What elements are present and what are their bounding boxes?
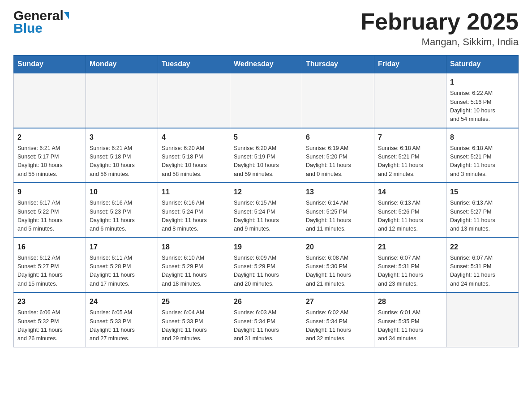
day-number: 7 [378, 132, 442, 143]
day-info: Sunrise: 6:20 AM Sunset: 5:19 PM Dayligh… [234, 144, 298, 179]
day-info: Sunrise: 6:21 AM Sunset: 5:17 PM Dayligh… [17, 144, 82, 179]
day-number: 9 [17, 187, 82, 197]
day-number: 17 [90, 242, 154, 253]
calendar-cell: 20Sunrise: 6:08 AM Sunset: 5:30 PM Dayli… [302, 238, 374, 293]
calendar-cell [158, 73, 230, 128]
day-info: Sunrise: 6:22 AM Sunset: 5:16 PM Dayligh… [450, 89, 515, 124]
calendar-cell [86, 73, 158, 128]
page-header: General Blue February 2025 Mangan, Sikki… [13, 9, 519, 48]
day-number: 15 [450, 187, 515, 197]
day-info: Sunrise: 6:13 AM Sunset: 5:27 PM Dayligh… [450, 199, 515, 234]
day-info: Sunrise: 6:18 AM Sunset: 5:21 PM Dayligh… [450, 144, 515, 179]
day-number: 4 [162, 132, 226, 143]
day-info: Sunrise: 6:03 AM Sunset: 5:34 PM Dayligh… [234, 308, 298, 343]
day-number: 11 [162, 187, 226, 197]
day-number: 25 [162, 296, 226, 307]
week-row-3: 9Sunrise: 6:17 AM Sunset: 5:22 PM Daylig… [14, 183, 519, 238]
week-row-4: 16Sunrise: 6:12 AM Sunset: 5:27 PM Dayli… [14, 238, 519, 293]
day-info: Sunrise: 6:10 AM Sunset: 5:29 PM Dayligh… [162, 254, 226, 289]
day-number: 5 [234, 132, 298, 143]
day-number: 24 [90, 296, 154, 307]
calendar-cell: 24Sunrise: 6:05 AM Sunset: 5:33 PM Dayli… [86, 292, 158, 347]
weekday-header-saturday: Saturday [446, 56, 519, 73]
day-number: 27 [306, 296, 370, 307]
day-info: Sunrise: 6:12 AM Sunset: 5:27 PM Dayligh… [17, 254, 82, 289]
calendar-cell: 11Sunrise: 6:16 AM Sunset: 5:24 PM Dayli… [158, 183, 230, 238]
day-info: Sunrise: 6:06 AM Sunset: 5:32 PM Dayligh… [17, 308, 82, 343]
weekday-header-wednesday: Wednesday [230, 56, 302, 73]
day-number: 23 [17, 296, 82, 307]
day-number: 22 [450, 242, 515, 253]
day-number: 14 [378, 187, 442, 197]
week-row-1: 1Sunrise: 6:22 AM Sunset: 5:16 PM Daylig… [14, 73, 519, 128]
day-info: Sunrise: 6:16 AM Sunset: 5:24 PM Dayligh… [162, 199, 226, 234]
calendar-cell: 12Sunrise: 6:15 AM Sunset: 5:24 PM Dayli… [230, 183, 302, 238]
day-info: Sunrise: 6:15 AM Sunset: 5:24 PM Dayligh… [234, 199, 298, 234]
day-number: 8 [450, 132, 515, 143]
calendar-cell: 18Sunrise: 6:10 AM Sunset: 5:29 PM Dayli… [158, 238, 230, 293]
calendar-cell: 26Sunrise: 6:03 AM Sunset: 5:34 PM Dayli… [230, 292, 302, 347]
weekday-header-thursday: Thursday [302, 56, 374, 73]
day-info: Sunrise: 6:11 AM Sunset: 5:28 PM Dayligh… [90, 254, 154, 289]
week-row-5: 23Sunrise: 6:06 AM Sunset: 5:32 PM Dayli… [14, 292, 519, 347]
calendar-cell [14, 73, 86, 128]
calendar-cell: 14Sunrise: 6:13 AM Sunset: 5:26 PM Dayli… [374, 183, 446, 238]
day-info: Sunrise: 6:20 AM Sunset: 5:18 PM Dayligh… [162, 144, 226, 179]
calendar-cell: 17Sunrise: 6:11 AM Sunset: 5:28 PM Dayli… [86, 238, 158, 293]
day-info: Sunrise: 6:07 AM Sunset: 5:31 PM Dayligh… [378, 254, 442, 289]
calendar-cell [302, 73, 374, 128]
day-number: 26 [234, 296, 298, 307]
day-info: Sunrise: 6:09 AM Sunset: 5:29 PM Dayligh… [234, 254, 298, 289]
logo-arrow [64, 12, 69, 19]
month-year-title: February 2025 [360, 9, 519, 34]
day-number: 10 [90, 187, 154, 197]
calendar-cell: 7Sunrise: 6:18 AM Sunset: 5:21 PM Daylig… [374, 128, 446, 183]
weekday-header-friday: Friday [374, 56, 446, 73]
day-info: Sunrise: 6:08 AM Sunset: 5:30 PM Dayligh… [306, 254, 370, 289]
calendar-cell [446, 292, 519, 347]
day-info: Sunrise: 6:19 AM Sunset: 5:20 PM Dayligh… [306, 144, 370, 179]
calendar-cell: 10Sunrise: 6:16 AM Sunset: 5:23 PM Dayli… [86, 183, 158, 238]
calendar-cell: 1Sunrise: 6:22 AM Sunset: 5:16 PM Daylig… [446, 73, 519, 128]
day-info: Sunrise: 6:01 AM Sunset: 5:35 PM Dayligh… [378, 308, 442, 343]
day-number: 1 [450, 77, 515, 88]
calendar-cell: 15Sunrise: 6:13 AM Sunset: 5:27 PM Dayli… [446, 183, 519, 238]
title-block: February 2025 Mangan, Sikkim, India [360, 9, 519, 48]
calendar-cell: 3Sunrise: 6:21 AM Sunset: 5:18 PM Daylig… [86, 128, 158, 183]
day-info: Sunrise: 6:16 AM Sunset: 5:23 PM Dayligh… [90, 199, 154, 234]
calendar-cell: 13Sunrise: 6:14 AM Sunset: 5:25 PM Dayli… [302, 183, 374, 238]
calendar-cell: 22Sunrise: 6:07 AM Sunset: 5:31 PM Dayli… [446, 238, 519, 293]
day-number: 3 [90, 132, 154, 143]
day-number: 6 [306, 132, 370, 143]
day-number: 16 [17, 242, 82, 253]
day-info: Sunrise: 6:07 AM Sunset: 5:31 PM Dayligh… [450, 254, 515, 289]
calendar-cell: 23Sunrise: 6:06 AM Sunset: 5:32 PM Dayli… [14, 292, 86, 347]
weekday-header-monday: Monday [86, 56, 158, 73]
day-info: Sunrise: 6:18 AM Sunset: 5:21 PM Dayligh… [378, 144, 442, 179]
day-number: 13 [306, 187, 370, 197]
weekday-header-tuesday: Tuesday [158, 56, 230, 73]
calendar-table: SundayMondayTuesdayWednesdayThursdayFrid… [13, 55, 519, 347]
location-subtitle: Mangan, Sikkim, India [360, 36, 519, 48]
day-number: 28 [378, 296, 442, 307]
calendar-cell [230, 73, 302, 128]
day-info: Sunrise: 6:04 AM Sunset: 5:33 PM Dayligh… [162, 308, 226, 343]
calendar-cell: 9Sunrise: 6:17 AM Sunset: 5:22 PM Daylig… [14, 183, 86, 238]
logo-blue-text: Blue [13, 21, 69, 35]
day-number: 2 [17, 132, 82, 143]
calendar-cell: 5Sunrise: 6:20 AM Sunset: 5:19 PM Daylig… [230, 128, 302, 183]
day-info: Sunrise: 6:17 AM Sunset: 5:22 PM Dayligh… [17, 199, 82, 234]
day-number: 19 [234, 242, 298, 253]
calendar-cell: 21Sunrise: 6:07 AM Sunset: 5:31 PM Dayli… [374, 238, 446, 293]
day-info: Sunrise: 6:14 AM Sunset: 5:25 PM Dayligh… [306, 199, 370, 234]
calendar-cell: 27Sunrise: 6:02 AM Sunset: 5:34 PM Dayli… [302, 292, 374, 347]
calendar-cell: 19Sunrise: 6:09 AM Sunset: 5:29 PM Dayli… [230, 238, 302, 293]
day-info: Sunrise: 6:05 AM Sunset: 5:33 PM Dayligh… [90, 308, 154, 343]
day-info: Sunrise: 6:21 AM Sunset: 5:18 PM Dayligh… [90, 144, 154, 179]
day-number: 12 [234, 187, 298, 197]
day-number: 18 [162, 242, 226, 253]
calendar-cell [374, 73, 446, 128]
calendar-cell: 8Sunrise: 6:18 AM Sunset: 5:21 PM Daylig… [446, 128, 519, 183]
week-row-2: 2Sunrise: 6:21 AM Sunset: 5:17 PM Daylig… [14, 128, 519, 183]
calendar-cell: 25Sunrise: 6:04 AM Sunset: 5:33 PM Dayli… [158, 292, 230, 347]
